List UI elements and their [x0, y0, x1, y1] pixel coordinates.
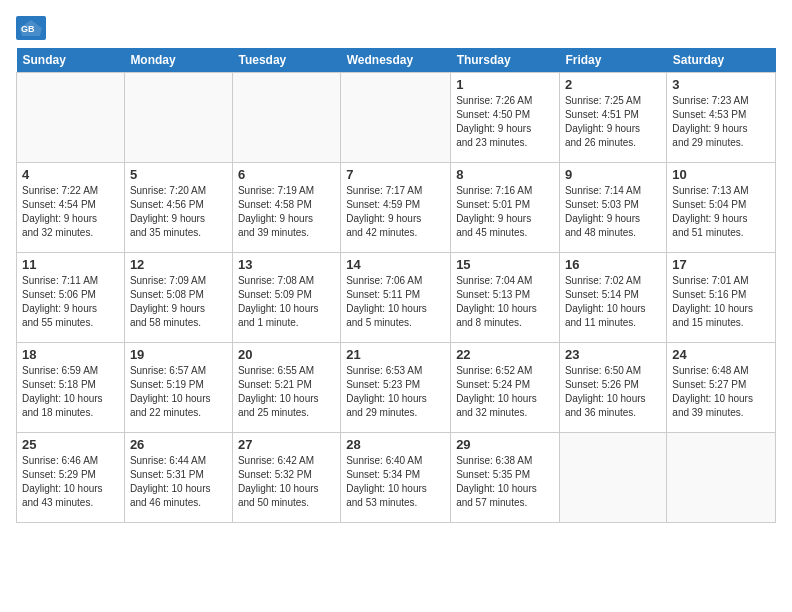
calendar-cell: 13Sunrise: 7:08 AM Sunset: 5:09 PM Dayli…: [232, 253, 340, 343]
cell-info: Sunrise: 7:04 AM Sunset: 5:13 PM Dayligh…: [456, 274, 554, 330]
cell-info: Sunrise: 6:57 AM Sunset: 5:19 PM Dayligh…: [130, 364, 227, 420]
calendar-cell: 23Sunrise: 6:50 AM Sunset: 5:26 PM Dayli…: [559, 343, 666, 433]
cell-info: Sunrise: 6:46 AM Sunset: 5:29 PM Dayligh…: [22, 454, 119, 510]
cell-info: Sunrise: 6:55 AM Sunset: 5:21 PM Dayligh…: [238, 364, 335, 420]
cell-info: Sunrise: 6:59 AM Sunset: 5:18 PM Dayligh…: [22, 364, 119, 420]
cell-info: Sunrise: 7:02 AM Sunset: 5:14 PM Dayligh…: [565, 274, 661, 330]
day-number: 22: [456, 347, 554, 362]
day-number: 14: [346, 257, 445, 272]
cell-info: Sunrise: 6:50 AM Sunset: 5:26 PM Dayligh…: [565, 364, 661, 420]
cell-info: Sunrise: 7:17 AM Sunset: 4:59 PM Dayligh…: [346, 184, 445, 240]
calendar-cell: 20Sunrise: 6:55 AM Sunset: 5:21 PM Dayli…: [232, 343, 340, 433]
svg-text:GB: GB: [21, 24, 35, 34]
day-number: 17: [672, 257, 770, 272]
calendar-cell: 28Sunrise: 6:40 AM Sunset: 5:34 PM Dayli…: [341, 433, 451, 523]
week-row-0: 1Sunrise: 7:26 AM Sunset: 4:50 PM Daylig…: [17, 73, 776, 163]
calendar-cell: [559, 433, 666, 523]
day-number: 28: [346, 437, 445, 452]
page-header: GB: [16, 16, 776, 40]
calendar-cell: 8Sunrise: 7:16 AM Sunset: 5:01 PM Daylig…: [451, 163, 560, 253]
day-number: 8: [456, 167, 554, 182]
calendar-cell: 5Sunrise: 7:20 AM Sunset: 4:56 PM Daylig…: [124, 163, 232, 253]
calendar-cell: 6Sunrise: 7:19 AM Sunset: 4:58 PM Daylig…: [232, 163, 340, 253]
day-number: 26: [130, 437, 227, 452]
calendar-cell: 19Sunrise: 6:57 AM Sunset: 5:19 PM Dayli…: [124, 343, 232, 433]
logo: GB: [16, 16, 50, 40]
day-number: 7: [346, 167, 445, 182]
day-number: 10: [672, 167, 770, 182]
day-number: 19: [130, 347, 227, 362]
day-number: 15: [456, 257, 554, 272]
cell-info: Sunrise: 6:52 AM Sunset: 5:24 PM Dayligh…: [456, 364, 554, 420]
calendar-cell: 15Sunrise: 7:04 AM Sunset: 5:13 PM Dayli…: [451, 253, 560, 343]
calendar-cell: 11Sunrise: 7:11 AM Sunset: 5:06 PM Dayli…: [17, 253, 125, 343]
calendar-cell: 17Sunrise: 7:01 AM Sunset: 5:16 PM Dayli…: [667, 253, 776, 343]
day-header-sunday: Sunday: [17, 48, 125, 73]
calendar-cell: 27Sunrise: 6:42 AM Sunset: 5:32 PM Dayli…: [232, 433, 340, 523]
calendar-cell: 22Sunrise: 6:52 AM Sunset: 5:24 PM Dayli…: [451, 343, 560, 433]
day-header-thursday: Thursday: [451, 48, 560, 73]
week-row-3: 18Sunrise: 6:59 AM Sunset: 5:18 PM Dayli…: [17, 343, 776, 433]
calendar-cell: 7Sunrise: 7:17 AM Sunset: 4:59 PM Daylig…: [341, 163, 451, 253]
calendar-cell: 2Sunrise: 7:25 AM Sunset: 4:51 PM Daylig…: [559, 73, 666, 163]
day-number: 4: [22, 167, 119, 182]
cell-info: Sunrise: 7:09 AM Sunset: 5:08 PM Dayligh…: [130, 274, 227, 330]
calendar-cell: [341, 73, 451, 163]
day-header-friday: Friday: [559, 48, 666, 73]
cell-info: Sunrise: 7:16 AM Sunset: 5:01 PM Dayligh…: [456, 184, 554, 240]
day-number: 13: [238, 257, 335, 272]
calendar-cell: 16Sunrise: 7:02 AM Sunset: 5:14 PM Dayli…: [559, 253, 666, 343]
calendar-cell: [667, 433, 776, 523]
cell-info: Sunrise: 7:14 AM Sunset: 5:03 PM Dayligh…: [565, 184, 661, 240]
day-number: 25: [22, 437, 119, 452]
calendar-cell: [232, 73, 340, 163]
week-row-2: 11Sunrise: 7:11 AM Sunset: 5:06 PM Dayli…: [17, 253, 776, 343]
cell-info: Sunrise: 6:48 AM Sunset: 5:27 PM Dayligh…: [672, 364, 770, 420]
day-number: 20: [238, 347, 335, 362]
day-header-tuesday: Tuesday: [232, 48, 340, 73]
day-header-wednesday: Wednesday: [341, 48, 451, 73]
day-number: 23: [565, 347, 661, 362]
calendar-cell: 10Sunrise: 7:13 AM Sunset: 5:04 PM Dayli…: [667, 163, 776, 253]
cell-info: Sunrise: 6:44 AM Sunset: 5:31 PM Dayligh…: [130, 454, 227, 510]
day-number: 24: [672, 347, 770, 362]
day-header-row: SundayMondayTuesdayWednesdayThursdayFrid…: [17, 48, 776, 73]
cell-info: Sunrise: 7:23 AM Sunset: 4:53 PM Dayligh…: [672, 94, 770, 150]
calendar-cell: 29Sunrise: 6:38 AM Sunset: 5:35 PM Dayli…: [451, 433, 560, 523]
day-number: 9: [565, 167, 661, 182]
day-number: 29: [456, 437, 554, 452]
day-number: 18: [22, 347, 119, 362]
cell-info: Sunrise: 7:19 AM Sunset: 4:58 PM Dayligh…: [238, 184, 335, 240]
day-number: 1: [456, 77, 554, 92]
calendar-cell: 25Sunrise: 6:46 AM Sunset: 5:29 PM Dayli…: [17, 433, 125, 523]
day-number: 11: [22, 257, 119, 272]
cell-info: Sunrise: 7:20 AM Sunset: 4:56 PM Dayligh…: [130, 184, 227, 240]
calendar-cell: [124, 73, 232, 163]
calendar-cell: [17, 73, 125, 163]
calendar-cell: 21Sunrise: 6:53 AM Sunset: 5:23 PM Dayli…: [341, 343, 451, 433]
cell-info: Sunrise: 7:13 AM Sunset: 5:04 PM Dayligh…: [672, 184, 770, 240]
cell-info: Sunrise: 7:11 AM Sunset: 5:06 PM Dayligh…: [22, 274, 119, 330]
day-number: 21: [346, 347, 445, 362]
day-number: 27: [238, 437, 335, 452]
cell-info: Sunrise: 7:01 AM Sunset: 5:16 PM Dayligh…: [672, 274, 770, 330]
day-number: 16: [565, 257, 661, 272]
calendar-cell: 4Sunrise: 7:22 AM Sunset: 4:54 PM Daylig…: [17, 163, 125, 253]
cell-info: Sunrise: 7:26 AM Sunset: 4:50 PM Dayligh…: [456, 94, 554, 150]
cell-info: Sunrise: 7:25 AM Sunset: 4:51 PM Dayligh…: [565, 94, 661, 150]
day-number: 5: [130, 167, 227, 182]
day-number: 6: [238, 167, 335, 182]
calendar-cell: 1Sunrise: 7:26 AM Sunset: 4:50 PM Daylig…: [451, 73, 560, 163]
cell-info: Sunrise: 6:38 AM Sunset: 5:35 PM Dayligh…: [456, 454, 554, 510]
calendar-cell: 12Sunrise: 7:09 AM Sunset: 5:08 PM Dayli…: [124, 253, 232, 343]
week-row-4: 25Sunrise: 6:46 AM Sunset: 5:29 PM Dayli…: [17, 433, 776, 523]
day-number: 2: [565, 77, 661, 92]
calendar-cell: 26Sunrise: 6:44 AM Sunset: 5:31 PM Dayli…: [124, 433, 232, 523]
calendar-cell: 14Sunrise: 7:06 AM Sunset: 5:11 PM Dayli…: [341, 253, 451, 343]
cell-info: Sunrise: 7:22 AM Sunset: 4:54 PM Dayligh…: [22, 184, 119, 240]
day-header-saturday: Saturday: [667, 48, 776, 73]
cell-info: Sunrise: 6:53 AM Sunset: 5:23 PM Dayligh…: [346, 364, 445, 420]
calendar-cell: 18Sunrise: 6:59 AM Sunset: 5:18 PM Dayli…: [17, 343, 125, 433]
cell-info: Sunrise: 6:42 AM Sunset: 5:32 PM Dayligh…: [238, 454, 335, 510]
day-header-monday: Monday: [124, 48, 232, 73]
